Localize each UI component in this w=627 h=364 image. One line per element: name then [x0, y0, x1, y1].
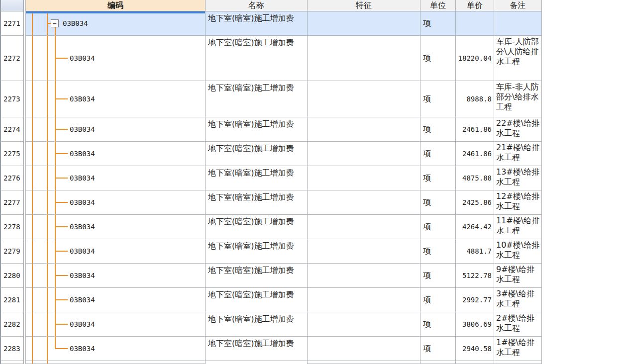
note-cell[interactable]: 车库-非人防部分\给排水工程: [494, 81, 542, 117]
unit-cell[interactable]: 项: [420, 239, 456, 264]
note-cell[interactable]: 2#楼\给排水工程: [494, 312, 542, 337]
unit-cell[interactable]: 项: [420, 264, 456, 288]
table-row[interactable]: 2275 03B034 地下室(暗室)施工增加费 项 2461.86 21#楼\…: [0, 142, 542, 166]
row-number-cell[interactable]: 2276: [0, 166, 24, 190]
code-cell[interactable]: 03B034: [25, 337, 206, 361]
feature-cell[interactable]: [308, 239, 420, 264]
row-number-cell[interactable]: 2274: [0, 117, 24, 142]
feature-cell[interactable]: [308, 36, 420, 81]
note-cell[interactable]: 12#楼\给排水工程: [494, 190, 542, 215]
note-cell[interactable]: [494, 11, 542, 36]
code-cell[interactable]: −03B034: [25, 11, 206, 36]
price-cell[interactable]: 2461.86: [456, 142, 494, 166]
table-row[interactable]: 2279 03B034 地下室(暗室)施工增加费 项 4881.7 10#楼\给…: [0, 239, 542, 264]
row-number-cell[interactable]: 2277: [0, 190, 24, 215]
name-cell[interactable]: 地下室(暗室)施工增加费: [206, 190, 308, 215]
code-cell[interactable]: 03B034: [25, 117, 206, 142]
unit-cell[interactable]: 项: [420, 117, 456, 142]
feature-cell[interactable]: [308, 288, 420, 312]
code-cell[interactable]: [25, 361, 206, 364]
table-row[interactable]: 2272 03B034 地下室(暗室)施工增加费 项 18220.04 车库-人…: [0, 36, 542, 81]
feature-cell[interactable]: [308, 312, 420, 337]
name-cell[interactable]: 地下室(暗室)施工增加费: [206, 142, 308, 166]
price-cell[interactable]: 2940.58: [456, 337, 494, 361]
row-number-cell[interactable]: 2281: [0, 288, 24, 312]
feature-cell[interactable]: [308, 117, 420, 142]
unit-cell[interactable]: 项: [420, 288, 456, 312]
name-cell[interactable]: 地下室(暗室)施工增加费: [206, 11, 308, 36]
corner-header-cell[interactable]: [0, 0, 24, 11]
unit-cell[interactable]: 项: [420, 215, 456, 239]
table-row[interactable]: 2281 03B034 地下室(暗室)施工增加费 项 2992.77 3#楼\给…: [0, 288, 542, 312]
note-cell[interactable]: 3#楼\给排水工程: [494, 288, 542, 312]
code-cell[interactable]: 03B034: [25, 81, 206, 117]
feature-cell[interactable]: [308, 215, 420, 239]
price-cell[interactable]: 3806.69: [456, 312, 494, 337]
code-cell[interactable]: 03B034: [25, 215, 206, 239]
price-cell[interactable]: 8988.8: [456, 81, 494, 117]
price-cell[interactable]: 4264.42: [456, 215, 494, 239]
column-header-feature[interactable]: 特征: [308, 0, 420, 11]
row-number-cell[interactable]: 2280: [0, 264, 24, 288]
column-header-code[interactable]: 编码: [25, 0, 206, 11]
unit-cell[interactable]: 项: [420, 190, 456, 215]
row-number-cell[interactable]: 2271: [0, 11, 24, 36]
note-cell[interactable]: 21#楼\给排水工程: [494, 142, 542, 166]
feature-cell[interactable]: [308, 190, 420, 215]
note-cell[interactable]: 车库-人防部分\人防给排水工程: [494, 36, 542, 81]
price-cell[interactable]: [456, 361, 494, 364]
table-row[interactable]: 2277 03B034 地下室(暗室)施工增加费 项 2425.86 12#楼\…: [0, 190, 542, 215]
row-number-cell[interactable]: 2283: [0, 337, 24, 361]
name-cell[interactable]: [206, 361, 308, 364]
price-cell[interactable]: 5122.78: [456, 264, 494, 288]
note-cell[interactable]: 10#楼\给排水工程: [494, 239, 542, 264]
note-cell[interactable]: 13#楼\给排水工程: [494, 166, 542, 190]
unit-cell[interactable]: 项: [420, 337, 456, 361]
table-row[interactable]: 2273 03B034 地下室(暗室)施工增加费 项 8988.8 车库-非人防…: [0, 81, 542, 117]
feature-cell[interactable]: [308, 81, 420, 117]
code-cell[interactable]: 03B034: [25, 166, 206, 190]
table-row[interactable]: 2282 03B034 地下室(暗室)施工增加费 项 3806.69 2#楼\给…: [0, 312, 542, 337]
price-cell[interactable]: 2461.86: [456, 117, 494, 142]
price-cell[interactable]: 4881.7: [456, 239, 494, 264]
column-header-unit[interactable]: 单位: [420, 0, 456, 11]
row-number-cell[interactable]: 2278: [0, 215, 24, 239]
note-cell[interactable]: 22#楼\给排水工程: [494, 117, 542, 142]
feature-cell[interactable]: [308, 264, 420, 288]
code-cell[interactable]: 03B034: [25, 239, 206, 264]
feature-cell[interactable]: [308, 11, 420, 36]
code-cell[interactable]: 03B034: [25, 142, 206, 166]
note-cell[interactable]: 11#楼\给排水工程: [494, 215, 542, 239]
column-header-name[interactable]: 名称: [206, 0, 308, 11]
name-cell[interactable]: 地下室(暗室)施工增加费: [206, 36, 308, 81]
code-cell[interactable]: 03B034: [25, 312, 206, 337]
name-cell[interactable]: 地下室(暗室)施工增加费: [206, 166, 308, 190]
unit-cell[interactable]: 项: [420, 81, 456, 117]
row-number-cell[interactable]: 2279: [0, 239, 24, 264]
name-cell[interactable]: 地下室(暗室)施工增加费: [206, 288, 308, 312]
row-number-cell[interactable]: [0, 361, 24, 364]
table-row[interactable]: 2283 03B034 地下室(暗室)施工增加费 项 2940.58 1#楼\给…: [0, 337, 542, 361]
column-header-note[interactable]: 备注: [494, 0, 542, 11]
unit-cell[interactable]: 项: [420, 142, 456, 166]
price-cell[interactable]: 2992.77: [456, 288, 494, 312]
table-row[interactable]: [0, 361, 542, 364]
row-number-cell[interactable]: 2282: [0, 312, 24, 337]
table-row[interactable]: 2274 03B034 地下室(暗室)施工增加费 项 2461.86 22#楼\…: [0, 117, 542, 142]
name-cell[interactable]: 地下室(暗室)施工增加费: [206, 117, 308, 142]
name-cell[interactable]: 地下室(暗室)施工增加费: [206, 239, 308, 264]
note-cell[interactable]: [494, 361, 542, 364]
name-cell[interactable]: 地下室(暗室)施工增加费: [206, 215, 308, 239]
unit-cell[interactable]: 项: [420, 36, 456, 81]
feature-cell[interactable]: [308, 361, 420, 364]
note-cell[interactable]: 9#楼\给排水工程: [494, 264, 542, 288]
price-cell[interactable]: [456, 11, 494, 36]
table-row[interactable]: 2276 03B034 地下室(暗室)施工增加费 项 4875.88 13#楼\…: [0, 166, 542, 190]
note-cell[interactable]: 1#楼\给排水工程: [494, 337, 542, 361]
name-cell[interactable]: 地下室(暗室)施工增加费: [206, 312, 308, 337]
unit-cell[interactable]: 项: [420, 312, 456, 337]
unit-cell[interactable]: 项: [420, 166, 456, 190]
price-cell[interactable]: 4875.88: [456, 166, 494, 190]
code-cell[interactable]: 03B034: [25, 264, 206, 288]
feature-cell[interactable]: [308, 142, 420, 166]
